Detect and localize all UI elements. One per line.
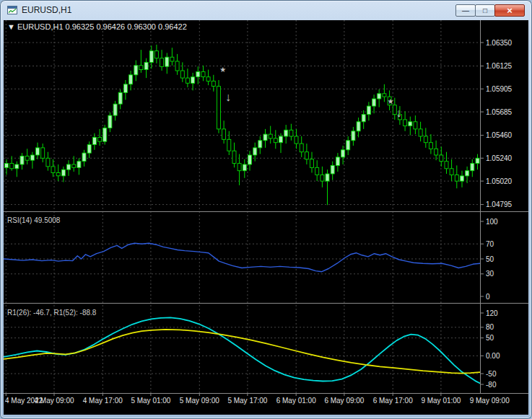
y-tick-label: 1.05020 bbox=[486, 177, 513, 185]
candle-body bbox=[300, 144, 303, 152]
mt4-chart-window: EURUSD,H1 — □ × ★↓★↓1.063501.061251.0590… bbox=[0, 0, 532, 419]
candle-body bbox=[129, 75, 133, 84]
candle-body bbox=[424, 136, 427, 143]
candle-body bbox=[414, 122, 417, 129]
star-icon: ★ bbox=[388, 97, 394, 105]
candle-body bbox=[103, 128, 107, 141]
star-icon: ★ bbox=[219, 66, 226, 74]
candle-body bbox=[149, 51, 153, 63]
candle-body bbox=[336, 157, 339, 166]
candle-body bbox=[165, 57, 169, 66]
arrow-down-icon: ↓ bbox=[225, 91, 231, 103]
candle-body bbox=[217, 87, 221, 129]
symbol-ohlc-label: ▼ EURUSD,H1 0.96325 0.96426 0.96300 0.96… bbox=[7, 22, 187, 31]
candle-body bbox=[295, 136, 298, 144]
candle-body bbox=[237, 164, 241, 171]
oscillator-label: R1(26): -46.7, R1(52): -88.8 bbox=[7, 309, 97, 317]
candle-body bbox=[98, 137, 102, 141]
candle-body bbox=[258, 141, 262, 148]
candle-body bbox=[20, 156, 24, 164]
app-icon bbox=[7, 6, 17, 14]
candle-body bbox=[118, 92, 122, 104]
arrow-down-icon: ↓ bbox=[396, 107, 402, 119]
close-button[interactable]: × bbox=[494, 4, 525, 17]
candle-body bbox=[289, 130, 293, 136]
y-tick-label: 1.06125 bbox=[486, 62, 513, 70]
titlebar: EURUSD,H1 — □ × bbox=[0, 0, 532, 20]
candle-body bbox=[320, 175, 324, 181]
candle-body bbox=[357, 122, 360, 131]
time-label: 4 May 17:00 bbox=[83, 397, 123, 405]
candle-body bbox=[170, 57, 174, 61]
y-tick-label: 0 bbox=[486, 293, 490, 301]
candle-body bbox=[352, 131, 355, 141]
candle-body bbox=[191, 77, 195, 84]
candle-body bbox=[41, 148, 45, 158]
candle-body bbox=[346, 141, 350, 150]
candle-body bbox=[435, 149, 438, 155]
candle-body bbox=[253, 148, 257, 155]
candle-body bbox=[450, 169, 453, 175]
candle-body bbox=[123, 84, 127, 93]
time-label: 6 May 01:00 bbox=[276, 397, 316, 405]
candle-body bbox=[279, 136, 283, 143]
time-label: 4 May 09:00 bbox=[34, 397, 74, 405]
osc-line-R1(26) bbox=[4, 330, 480, 374]
candle-body bbox=[419, 129, 422, 136]
rsi-line bbox=[4, 243, 480, 272]
candle-body bbox=[232, 151, 236, 163]
y-tick-label: 80 bbox=[486, 323, 494, 331]
window-controls: — □ × bbox=[456, 4, 525, 17]
candle-body bbox=[476, 158, 479, 163]
candle-body bbox=[227, 139, 231, 151]
candle-body bbox=[15, 164, 19, 169]
candle-body bbox=[378, 94, 381, 99]
candle-body bbox=[186, 78, 189, 83]
time-label: 6 May 17:00 bbox=[373, 397, 413, 405]
candle-body bbox=[310, 159, 314, 168]
candle-body bbox=[113, 104, 117, 115]
y-tick-label: 1.05240 bbox=[486, 154, 513, 162]
candle-body bbox=[471, 164, 474, 171]
candle-body bbox=[263, 134, 267, 141]
time-label: 5 May 01:00 bbox=[131, 397, 170, 405]
candle-body bbox=[36, 148, 40, 155]
candle-body bbox=[248, 155, 252, 164]
chart-canvas[interactable]: ★↓★↓1.063501.061251.059051.056851.054601… bbox=[4, 20, 528, 415]
candle-body bbox=[315, 167, 319, 175]
candle-body bbox=[269, 134, 272, 138]
candle-body bbox=[144, 62, 148, 69]
candle-body bbox=[243, 164, 246, 171]
candle-body bbox=[175, 61, 179, 71]
candle-body bbox=[61, 169, 65, 176]
y-tick-label: 30 bbox=[486, 270, 494, 278]
candle-body bbox=[180, 71, 184, 78]
candle-body bbox=[367, 106, 370, 115]
candle-body bbox=[222, 129, 226, 139]
candle-body bbox=[326, 174, 329, 181]
candle-body bbox=[196, 71, 200, 76]
candle-body bbox=[206, 77, 210, 81]
candle-body bbox=[67, 164, 71, 169]
y-tick-label: 70 bbox=[486, 240, 494, 248]
candle-body bbox=[466, 171, 469, 176]
candle-body bbox=[341, 150, 345, 157]
candle-body bbox=[51, 167, 55, 173]
y-tick-label: 1.05460 bbox=[486, 131, 513, 139]
minimize-button[interactable]: — bbox=[455, 4, 476, 17]
y-tick-label: 1.04795 bbox=[486, 200, 513, 208]
candle-body bbox=[409, 122, 412, 126]
candle-body bbox=[440, 155, 443, 162]
candle-body bbox=[56, 173, 60, 176]
y-tick-label: 50 bbox=[486, 255, 494, 263]
candle-body bbox=[284, 130, 288, 136]
candle-body bbox=[30, 155, 34, 160]
y-tick-label: 100 bbox=[486, 218, 498, 226]
y-tick-label: 120 bbox=[486, 309, 498, 317]
candle-body bbox=[305, 152, 308, 159]
candle-body bbox=[455, 175, 458, 181]
y-tick-label: 0.00 bbox=[486, 352, 500, 360]
maximize-button[interactable]: □ bbox=[475, 4, 495, 17]
time-label: 6 May 09:00 bbox=[324, 397, 364, 405]
candle-body bbox=[331, 165, 334, 174]
